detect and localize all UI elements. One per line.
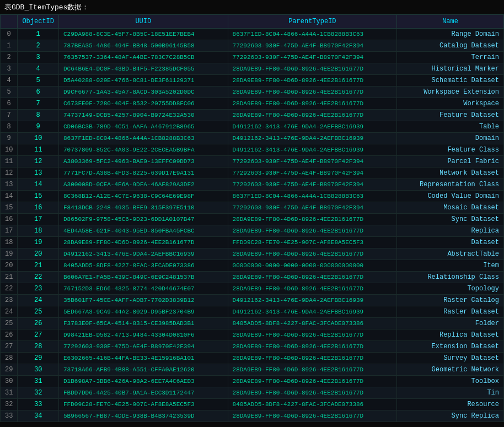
cell-parenttypeid: 77292603-930F-475D-AE4F-B8970F42F394 — [228, 156, 397, 167]
table-row[interactable]: 34DC64B6E4-DC0F-43BD-B4F5-F22385DCF05528… — [1, 63, 504, 75]
cell-objectid: 28 — [18, 341, 59, 353]
table-row[interactable]: 2526F3783E0F-65CA-4514-8315-CE3985DAD3B1… — [1, 318, 504, 329]
table-row[interactable]: 181928DA9E89-FF80-4D6D-8926-4EE2B161677D… — [1, 237, 504, 248]
cell-uuid: FBDD7DD6-4A25-40B7-9A1A-ECC3D1172447 — [59, 387, 228, 399]
table-row[interactable]: 2122B606A7E1-FA5B-439C-849C-6E9C2481537B… — [1, 272, 504, 283]
cell-name: Dataset — [397, 237, 504, 248]
cell-uuid: D5A40288-029E-4766-8C81-DE3F61129371 — [59, 75, 228, 87]
cell-name: Topology — [397, 283, 504, 295]
table-row[interactable]: 1920D4912162-3413-476E-9DA4-2AEFBBC16939… — [1, 248, 504, 260]
table-row[interactable]: 1516F8413DCB-2248-4935-BFE9-315F397E5110… — [1, 202, 504, 214]
cell-parenttypeid: 00000000-0000-0000-0000-000000000000 — [228, 260, 397, 272]
cell-uuid: 8637F1ED-8C04-4866-A44A-1CB8288B3C63 — [59, 133, 228, 144]
cell-uuid: 5B966567-FB87-4DDE-938B-B4B37423539D — [59, 410, 228, 422]
table-row[interactable]: 20218405ADD5-8DF8-4227-8FAC-3FCADE073386… — [1, 260, 504, 272]
cell-name: Network Dataset — [397, 167, 504, 179]
cell-index: 7 — [1, 110, 18, 121]
cell-index: 1 — [1, 40, 18, 52]
cell-uuid: 5ED667A3-9CA9-44A2-8029-D95BF23704B9 — [59, 306, 228, 318]
cell-index: 20 — [1, 260, 18, 272]
cell-name: Geometric Network — [397, 364, 504, 376]
table-row[interactable]: 12787BEA35-4A86-494F-BB48-500B96145B5877… — [1, 40, 504, 52]
table-row[interactable]: 293073718A66-AFB9-4B88-A551-CFFA0AE12620… — [1, 364, 504, 376]
cell-uuid: D98421EB-D582-4713-9484-43304D0810F6 — [59, 329, 228, 341]
table-row[interactable]: 14158C368B12-A12E-4C7E-9638-C9C64E69E98F… — [1, 191, 504, 202]
cell-index: 25 — [1, 318, 18, 329]
cell-parenttypeid: D4912162-3413-476E-9DA4-2AEFBBC16939 — [228, 306, 397, 318]
col-header-objectid[interactable]: ObjectID — [18, 15, 59, 29]
table-row[interactable]: 17184ED4A58E-621F-4043-95ED-850FBA45FCBC… — [1, 225, 504, 237]
table-row[interactable]: 232435B601F7-45CE-4AFF-ADB7-7702D3839B12… — [1, 295, 504, 306]
cell-objectid: 18 — [18, 225, 59, 237]
cell-objectid: 14 — [18, 179, 59, 191]
cell-name: Mosaic Dataset — [397, 202, 504, 214]
table-row[interactable]: 9108637F1ED-8C04-4866-A44A-1CB8288B3C63D… — [1, 133, 504, 144]
cell-parenttypeid: 8405ADD5-8DF8-4227-8FAC-3FCADE073386 — [228, 399, 397, 410]
cell-name: Feature Class — [397, 144, 504, 156]
cell-objectid: 31 — [18, 376, 59, 387]
cell-index: 21 — [1, 272, 18, 283]
table-row[interactable]: 272877292603-930F-475D-AE4F-B8970F42F394… — [1, 341, 504, 353]
cell-uuid: 767152D3-ED66-4325-8774-420D46674E07 — [59, 283, 228, 295]
table-container: ObjectID UUID ParentTypeID Name 01C29DA9… — [0, 14, 504, 422]
table-row[interactable]: 3233FFD09C28-FE70-4E25-907C-AF8E8A5EC5F3… — [1, 399, 504, 410]
cell-index: 6 — [1, 98, 18, 110]
cell-objectid: 32 — [18, 387, 59, 399]
cell-index: 27 — [1, 341, 18, 353]
col-header-parenttypeid[interactable]: ParentTypeID — [228, 15, 397, 29]
cell-parenttypeid: 77292603-930F-475D-AE4F-B8970F42F394 — [228, 167, 397, 179]
data-table: ObjectID UUID ParentTypeID Name 01C29DA9… — [0, 14, 504, 422]
table-row[interactable]: 1112A3803369-5FC2-4963-BAE0-13EFFC09DD73… — [1, 156, 504, 167]
cell-objectid: 22 — [18, 272, 59, 283]
table-row[interactable]: 2829E6302665-416B-44FA-BE33-4E15916BA101… — [1, 353, 504, 364]
cell-objectid: 21 — [18, 260, 59, 272]
table-row[interactable]: 12137771FC7D-A38B-4FD3-8225-639D17E9A131… — [1, 167, 504, 179]
cell-index: 18 — [1, 237, 18, 248]
table-row[interactable]: 7874737149-DCB5-4257-8904-B9724E32A53028… — [1, 110, 504, 121]
table-row[interactable]: 3132FBDD7DD6-4A25-40B7-9A1A-ECC3D1172447… — [1, 387, 504, 399]
table-row[interactable]: 1617D86502F9-9758-45C6-9D23-6DD1A0107B47… — [1, 214, 504, 225]
cell-objectid: 12 — [18, 156, 59, 167]
cell-name: Relationship Class — [397, 272, 504, 283]
table-row[interactable]: 101170737809-852C-4A03-9E22-2CECEA5B9BFA… — [1, 144, 504, 156]
table-row[interactable]: 56D9CF6677-1AA3-45A7-8ACD-303A5202D0DC28… — [1, 87, 504, 98]
cell-uuid: 74737149-DCB5-4257-8904-B9724E32A530 — [59, 110, 228, 121]
cell-index: 4 — [1, 75, 18, 87]
cell-uuid: C673FE0F-7280-404F-8532-20755DD8FC06 — [59, 98, 228, 110]
table-row[interactable]: 33345B966567-FB87-4DDE-938B-B4B37423539D… — [1, 410, 504, 422]
table-row[interactable]: 67C673FE0F-7280-404F-8532-20755DD8FC0628… — [1, 98, 504, 110]
col-header-uuid[interactable]: UUID — [59, 15, 228, 29]
cell-objectid: 27 — [18, 329, 59, 341]
cell-parenttypeid: D4912162-3413-476E-9DA4-2AEFBBC16939 — [228, 133, 397, 144]
cell-uuid: 8C368B12-A12E-4C7E-9638-C9C64E69E98F — [59, 191, 228, 202]
cell-uuid: 787BEA35-4A86-494F-BB48-500B96145B58 — [59, 40, 228, 52]
cell-parenttypeid: 28DA9E89-FF80-4D6D-8926-4EE2B161677D — [228, 63, 397, 75]
cell-objectid: 2 — [18, 40, 59, 52]
cell-parenttypeid: D4912162-3413-476E-9DA4-2AEFBBC16939 — [228, 121, 397, 133]
cell-parenttypeid: 28DA9E89-FF80-4D6D-8926-4EE2B161677D — [228, 272, 397, 283]
cell-parenttypeid: 77292603-930F-475D-AE4F-B8970F42F394 — [228, 40, 397, 52]
table-row[interactable]: 45D5A40288-029E-4766-8C81-DE3F6112937128… — [1, 75, 504, 87]
table-row[interactable]: 2376357537-3364-48AF-A4BE-783C7C28B5CB77… — [1, 52, 504, 63]
cell-name: Survey Dataset — [397, 353, 504, 364]
table-header-row: ObjectID UUID ParentTypeID Name — [1, 15, 504, 29]
table-row[interactable]: 3031D1B698A7-3BB6-426A-98A2-6EE7A4C6AED3… — [1, 376, 504, 387]
cell-parenttypeid: 28DA9E89-FF80-4D6D-8926-4EE2B161677D — [228, 376, 397, 387]
table-row[interactable]: 1314A300008D-0CEA-4F6A-9DFA-46AF829A3DF2… — [1, 179, 504, 191]
table-row[interactable]: 89CD06BC3B-789D-4C51-AAFA-A467912B8965D4… — [1, 121, 504, 133]
col-header-name[interactable]: Name — [397, 15, 504, 29]
cell-name: Coded Value Domain — [397, 191, 504, 202]
cell-index: 23 — [1, 295, 18, 306]
cell-objectid: 8 — [18, 110, 59, 121]
page-title: 表GDB_ItemTypes数据： — [0, 0, 504, 14]
cell-uuid: F8413DCB-2248-4935-BFE9-315F397E5110 — [59, 202, 228, 214]
table-row[interactable]: 2223767152D3-ED66-4325-8774-420D46674E07… — [1, 283, 504, 295]
table-row[interactable]: 2627D98421EB-D582-4713-9484-43304D0810F6… — [1, 329, 504, 341]
table-row[interactable]: 24255ED667A3-9CA9-44A2-8029-D95BF23704B9… — [1, 306, 504, 318]
cell-uuid: 28DA9E89-FF80-4D6D-8926-4EE2B161677D — [59, 237, 228, 248]
cell-objectid: 30 — [18, 364, 59, 376]
cell-parenttypeid: 28DA9E89-FF80-4D6D-8926-4EE2B161677D — [228, 75, 397, 87]
cell-parenttypeid: 28DA9E89-FF80-4D6D-8926-4EE2B161677D — [228, 225, 397, 237]
cell-index: 29 — [1, 364, 18, 376]
table-row[interactable]: 01C29DA988-8C3E-45F7-8B5C-18E51EE7BEB486… — [1, 29, 504, 40]
